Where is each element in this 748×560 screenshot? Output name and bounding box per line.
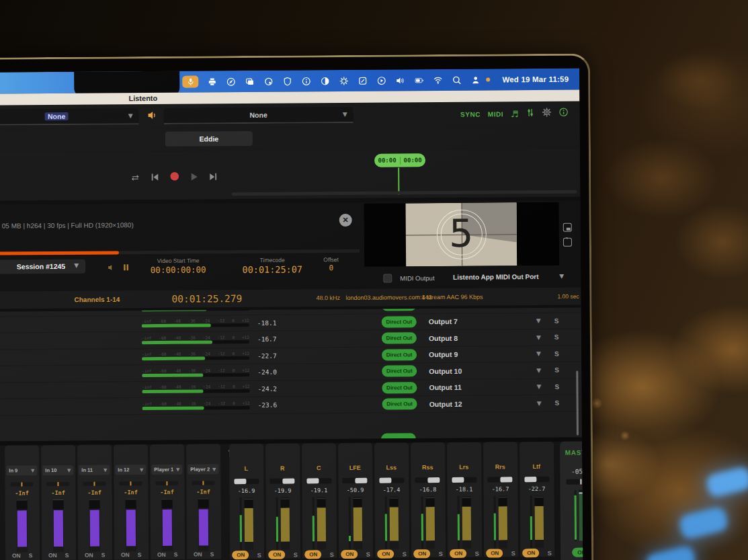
user-icon[interactable] xyxy=(470,75,481,85)
channel-fader[interactable] xyxy=(53,499,65,552)
on-button[interactable]: ON xyxy=(12,552,21,559)
channel-fader[interactable] xyxy=(354,497,363,549)
input-source-select[interactable]: Player 1▼ xyxy=(151,465,182,475)
channel-fader[interactable] xyxy=(281,497,290,550)
pan-slider[interactable] xyxy=(233,479,259,484)
direct-out-button[interactable]: Direct Out xyxy=(382,349,417,360)
fullscreen-icon[interactable] xyxy=(563,238,572,247)
pan-slider[interactable] xyxy=(83,482,106,486)
solo-button[interactable]: S xyxy=(294,551,298,558)
solo-button[interactable]: S xyxy=(29,552,33,559)
input-source-select[interactable]: Player 2▼ xyxy=(188,464,218,474)
sliders-icon[interactable] xyxy=(526,108,535,120)
record-button[interactable] xyxy=(169,171,179,184)
channel-fader[interactable] xyxy=(426,496,435,549)
solo-button[interactable]: S xyxy=(101,552,106,559)
solo-button[interactable]: S xyxy=(554,350,559,358)
output-device-select[interactable]: None ▼ xyxy=(164,107,354,124)
on-button[interactable]: ON xyxy=(341,550,358,559)
on-button[interactable]: ON xyxy=(121,551,130,558)
direct-out-button[interactable]: Direct Out xyxy=(382,333,417,344)
pan-slider[interactable] xyxy=(306,478,331,483)
gear-icon[interactable] xyxy=(542,108,552,120)
pan-slider[interactable] xyxy=(487,477,513,482)
output-select[interactable]: Output 10 xyxy=(429,366,536,375)
info-icon[interactable] xyxy=(559,108,569,120)
solo-button[interactable]: S xyxy=(475,550,479,557)
channel-fader[interactable] xyxy=(126,499,137,551)
menu-bar-clock[interactable]: Wed 19 Mar 11:59 xyxy=(502,75,569,84)
solo-button[interactable]: S xyxy=(138,551,142,558)
on-button[interactable]: ON xyxy=(487,549,503,557)
midi-button[interactable]: MIDI xyxy=(488,110,503,118)
channel-fader[interactable] xyxy=(198,498,210,551)
channel-fader[interactable] xyxy=(162,499,173,551)
midi-output-checkbox[interactable] xyxy=(383,274,392,283)
direct-out-button[interactable]: Direct Out xyxy=(382,399,417,410)
shield-icon[interactable] xyxy=(282,76,292,87)
on-button[interactable]: ON xyxy=(378,550,394,559)
master-balance-slider[interactable] xyxy=(566,479,583,484)
pan-slider[interactable] xyxy=(10,482,33,486)
solo-button[interactable]: S xyxy=(554,366,559,374)
wifi-icon[interactable] xyxy=(432,75,443,85)
direct-out-button[interactable] xyxy=(382,305,417,311)
loop-icon[interactable] xyxy=(130,172,140,184)
close-icon[interactable]: ✕ xyxy=(339,214,352,227)
microphone-icon[interactable] xyxy=(182,76,198,88)
midi-port-select[interactable]: Listento App MIDI Out Port xyxy=(433,273,558,281)
pan-slider[interactable] xyxy=(342,478,368,483)
output-select[interactable]: Output 11 xyxy=(429,383,536,391)
on-button[interactable]: ON xyxy=(48,552,57,559)
channel-fader[interactable] xyxy=(462,496,472,549)
talkback-button[interactable]: Eddie xyxy=(165,131,253,147)
solo-button[interactable]: S xyxy=(174,551,178,558)
timeline-scrubber[interactable] xyxy=(231,190,577,196)
input-source-select[interactable]: In 12▼ xyxy=(115,465,146,475)
direct-out-button[interactable]: Direct Out xyxy=(382,316,417,327)
solo-button[interactable]: S xyxy=(403,551,407,557)
pan-slider[interactable] xyxy=(46,482,69,486)
camera-icon[interactable] xyxy=(263,76,274,87)
settings-icon[interactable] xyxy=(338,75,349,86)
on-button[interactable]: ON xyxy=(414,549,431,558)
music-note-icon[interactable]: ♬ xyxy=(511,109,519,119)
channel-fader[interactable] xyxy=(317,497,327,549)
offset-value[interactable]: 0 xyxy=(316,264,346,272)
solo-button[interactable]: S xyxy=(511,550,515,557)
channel-fader[interactable] xyxy=(89,499,101,552)
channel-fader[interactable] xyxy=(499,495,508,548)
skip-forward-icon[interactable] xyxy=(208,171,218,184)
info-icon[interactable] xyxy=(300,75,311,86)
disk-icon[interactable] xyxy=(319,75,330,86)
on-button[interactable]: ON xyxy=(305,550,322,559)
printer-icon[interactable] xyxy=(206,76,217,87)
solo-button[interactable]: S xyxy=(554,383,559,391)
solo-button[interactable]: S xyxy=(554,333,559,341)
pan-slider[interactable] xyxy=(155,481,178,485)
solo-button[interactable]: S xyxy=(554,399,559,407)
solo-button[interactable]: S xyxy=(330,551,334,558)
output-select[interactable]: Output 9 xyxy=(429,350,536,358)
solo-button[interactable]: S xyxy=(439,551,443,557)
sync-button[interactable]: SYNC xyxy=(460,110,481,118)
pan-slider[interactable] xyxy=(378,477,404,483)
solo-button[interactable]: S xyxy=(210,551,214,557)
volume-icon[interactable] xyxy=(394,75,405,85)
mute-speaker-icon[interactable] xyxy=(108,262,115,274)
input-source-select[interactable]: In 10▼ xyxy=(42,465,73,475)
pan-slider[interactable] xyxy=(192,481,214,485)
play-button[interactable] xyxy=(190,171,198,184)
channel-fader[interactable] xyxy=(390,496,399,549)
folders-icon[interactable] xyxy=(244,76,255,87)
on-button[interactable]: ON xyxy=(233,551,249,559)
solo-button[interactable]: S xyxy=(366,551,370,557)
pan-slider[interactable] xyxy=(415,477,440,483)
solo-button[interactable]: S xyxy=(548,549,552,556)
browser-icon[interactable] xyxy=(225,76,236,87)
session-select[interactable]: Session #1245 ▼ xyxy=(0,259,85,274)
output-select[interactable]: Output 8 xyxy=(429,333,536,342)
direct-out-button[interactable]: Direct Out xyxy=(382,382,417,393)
output-select[interactable]: Output 7 xyxy=(429,317,536,325)
pan-slider[interactable] xyxy=(524,477,549,482)
